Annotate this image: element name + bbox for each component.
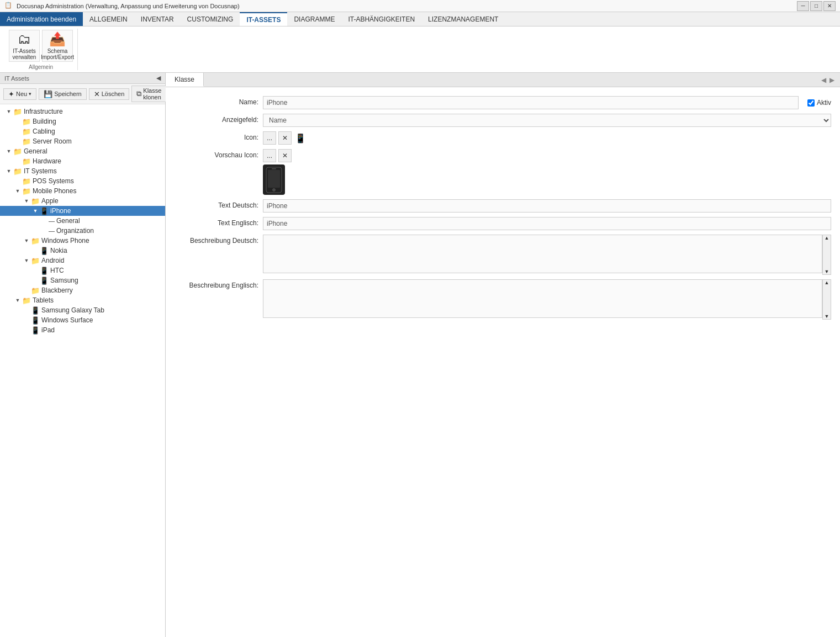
toggle-infrastructure[interactable]: ▼ [4,107,13,116]
schema-importexport-button[interactable]: 📤 Schema Import/Export [42,30,73,62]
clone-button[interactable]: ⧉ Klasse klonen [131,86,166,102]
svg-rect-3 [272,168,276,169]
folder-icon: 📁 [22,157,31,166]
label-name: Name: [175,96,263,106]
tree-item-samsung[interactable]: 📱 Samsung [0,275,165,285]
toggle-windows-surface [22,316,31,325]
tree-item-pos-systems[interactable]: 📁 POS Systems [0,176,165,186]
tree-item-samsung-galaxy-tab[interactable]: 📱 Samsung Galaxy Tab [0,305,165,315]
tree-label-general: General [24,147,47,155]
tree-item-nokia[interactable]: 📱 Nokia [0,246,165,256]
ribbon: 🗂 IT-Assets verwalten 📤 Schema Import/Ex… [0,26,840,73]
tree-item-general-sub[interactable]: — General [0,216,165,226]
delete-button[interactable]: ✕ Löschen [89,88,130,100]
tree-item-windows-surface[interactable]: 📱 Windows Surface [0,315,165,325]
tab-inventar[interactable]: INVENTAR [134,12,181,26]
tab-it-abhaengigkeiten[interactable]: IT-ABHÄNGIGKEITEN [341,12,421,26]
tree-label-cabling: Cabling [33,128,55,135]
icon-clear-button[interactable]: ✕ [278,131,292,145]
toggle-it-systems[interactable]: ▼ [4,167,13,176]
label-beschreibung-deutsch: Beschreibung Deutsch: [175,235,263,245]
tree-item-android[interactable]: ▼ 📁 Android [0,256,165,266]
vorschau-ellipsis-button[interactable]: ... [263,149,276,162]
tree-item-blackberry[interactable]: 📁 Blackberry [0,285,165,295]
tab-allgemein[interactable]: ALLGEMEIN [83,12,134,26]
tree-label-pos-systems: POS Systems [33,177,74,185]
toggle-apple[interactable]: ▼ [22,197,31,205]
tab-lizenzmanagement[interactable]: LIZENZMANAGEMENT [421,12,505,26]
tree-item-infrastructure[interactable]: ▼ 📁 Infrastructure [0,107,165,116]
scroll-up-btn[interactable]: ▲ [823,235,831,241]
tree-item-organization[interactable]: — Organization [0,226,165,236]
aktiv-checkbox-label: Aktiv [807,99,831,107]
tree-item-iphone[interactable]: ▼ 📱 iPhone [0,206,165,216]
tree-item-server-room[interactable]: 📁 Server Room [0,136,165,146]
tab-diagramme[interactable]: DIAGRAMME [287,12,341,26]
toggle-general[interactable]: ▼ [4,147,13,156]
tree-item-building[interactable]: 📁 Building [0,116,165,126]
title-bar-controls: ─ □ ✕ [797,1,836,11]
tree-item-hardware[interactable]: 📁 Hardware [0,156,165,166]
it-assets-verwalten-button[interactable]: 🗂 IT-Assets verwalten [9,30,40,62]
tree-item-ipad[interactable]: 📱 iPad [0,325,165,335]
restore-button[interactable]: □ [810,1,822,11]
toggle-windows-phone[interactable]: ▼ [22,236,31,245]
scroll-up-btn2[interactable]: ▲ [823,280,831,285]
vorschau-clear-button[interactable]: ✕ [278,149,292,162]
anzeige-select[interactable]: Name [263,114,831,127]
tree-label-building: Building [33,118,56,125]
tree-item-htc[interactable]: 📱 HTC [0,266,165,275]
clone-label: Klasse klonen [143,87,161,100]
tree-item-tablets[interactable]: ▼ 📁 Tablets [0,295,165,305]
form-row-text-deutsch: Text Deutsch: [175,199,831,213]
right-panel: Klasse ◀ ▶ Name: Aktiv [166,73,840,637]
icon-ellipsis-button[interactable]: ... [263,131,276,145]
control-beschreibung-english: ▲ ▼ [263,279,831,320]
svg-point-2 [273,188,276,191]
tab-it-assets[interactable]: IT-ASSETS [240,12,287,26]
toggle-tablets[interactable]: ▼ [13,296,22,305]
tree-item-apple[interactable]: ▼ 📁 Apple [0,196,165,206]
tree-item-cabling[interactable]: 📁 Cabling [0,126,165,136]
beschreibung-deutsch-textarea[interactable] [263,235,822,273]
tab-klasse[interactable]: Klasse [166,73,204,87]
folder-icon: 📁 [13,147,22,156]
name-input[interactable] [263,96,799,109]
tree-label-samsung-galaxy-tab: Samsung Galaxy Tab [41,306,104,314]
scroll-down-btn2[interactable]: ▼ [823,314,831,319]
tree-label-hardware: Hardware [33,157,61,165]
save-button[interactable]: 💾 Speichern [39,88,87,100]
scroll-down-btn[interactable]: ▼ [823,269,831,274]
collapse-button[interactable]: ◀ [156,75,161,82]
form-row-anzeige: Anzeigefeld: Name [175,114,831,127]
toggle-samsung [31,276,40,285]
toggle-iphone[interactable]: ▼ [31,206,40,215]
nav-next[interactable]: ▶ [828,76,836,84]
toggle-mobile-phones[interactable]: ▼ [13,187,22,195]
form-area: Name: Aktiv Anzeigefeld: Name [166,87,840,637]
toggle-android[interactable]: ▼ [22,256,31,265]
close-button[interactable]: ✕ [823,1,836,11]
svg-rect-1 [268,170,280,188]
tree-item-general[interactable]: ▼ 📁 General [0,146,165,156]
tree-item-windows-phone[interactable]: ▼ 📁 Windows Phone [0,236,165,246]
new-arrow[interactable]: ▾ [29,91,31,97]
minimize-button[interactable]: ─ [797,1,809,11]
toggle-server-room [13,137,22,146]
tree-item-it-systems[interactable]: ▼ 📁 IT Systems [0,166,165,176]
text-deutsch-input[interactable] [263,199,831,213]
tree-item-mobile-phones[interactable]: ▼ 📁 Mobile Phones [0,186,165,196]
left-panel-title: IT Assets [4,75,29,82]
aktiv-checkbox[interactable] [807,99,815,107]
admin-beenden-button[interactable]: Administration beenden [0,12,83,26]
asset-tree[interactable]: ▼ 📁 Infrastructure 📁 Building 📁 Cabling [0,104,165,637]
new-button[interactable]: ✦ Neu ▾ [3,88,36,100]
toggle-htc [31,266,40,275]
nav-prev[interactable]: ◀ [820,76,827,84]
tab-customizing[interactable]: CUSTOMIZING [181,12,240,26]
toggle-cabling [13,127,22,136]
toggle-general-sub [40,216,49,225]
label-text-deutsch: Text Deutsch: [175,199,263,209]
beschreibung-english-textarea[interactable] [263,279,822,318]
text-english-input[interactable] [263,217,831,230]
